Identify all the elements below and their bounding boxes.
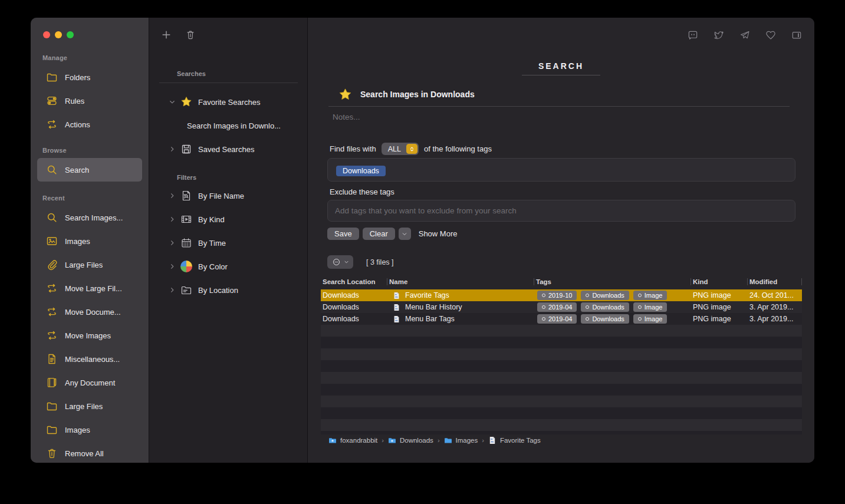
column-header-kind[interactable]: Kind (691, 276, 748, 288)
tag-chip[interactable]: 2019-10 (537, 291, 577, 300)
sidebar-item-images[interactable]: Images (31, 229, 149, 253)
notes-input[interactable] (333, 111, 793, 123)
find-files-row: Find files with ALL of the following tag… (330, 143, 492, 155)
chevron-right-icon[interactable] (169, 146, 176, 153)
filter-by-file-name[interactable]: By File Name (149, 184, 307, 207)
star-icon (338, 88, 352, 101)
actions-row: Save Clear Show More (327, 228, 457, 240)
cell-tags: 2019-04 Downloads Image (534, 301, 691, 313)
chevron-right-icon[interactable] (169, 192, 176, 199)
add-search-button[interactable] (160, 29, 172, 40)
sidebar-item-rules[interactable]: Rules (31, 89, 149, 113)
sidebar-item-images-2[interactable]: Images (31, 418, 149, 442)
save-button[interactable]: Save (327, 228, 359, 240)
sync-arrows-icon (46, 330, 58, 341)
include-tags-field[interactable]: Downloads (327, 158, 795, 182)
view-options-button[interactable] (327, 255, 353, 269)
cell-kind: PNG image (691, 301, 748, 313)
telegram-icon[interactable] (739, 29, 751, 41)
path-item-favorite-tags[interactable]: Favorite Tags (488, 436, 541, 444)
column-header-name[interactable]: Name (387, 276, 534, 288)
sidebar-toggle-icon[interactable] (791, 29, 803, 41)
path-separator: › (482, 437, 484, 444)
cell-name: Menu Bar History (387, 301, 534, 313)
chevron-right-icon[interactable] (169, 263, 176, 270)
sync-arrows-icon (46, 282, 58, 294)
filter-by-color[interactable]: By Color (149, 255, 307, 278)
clear-button[interactable]: Clear (363, 228, 395, 240)
window-controls (31, 18, 149, 38)
delete-search-button[interactable] (185, 29, 196, 40)
tag-chip[interactable]: Downloads (581, 302, 629, 312)
sidebar-item-folders[interactable]: Folders (31, 65, 149, 89)
sidebar-item-any-document[interactable]: Any Document (31, 371, 149, 394)
app-window: Manage Folders Rules Actions Browse Sear… (31, 18, 814, 463)
path-item-foxandrabbit[interactable]: foxandrabbit (328, 436, 377, 444)
column-header-search-location[interactable]: Search Location (321, 276, 387, 288)
exclude-tags-input[interactable] (328, 200, 795, 221)
chevron-right-icon[interactable] (169, 286, 176, 294)
filter-by-time[interactable]: By Time (149, 231, 307, 255)
section-label-manage: Manage (42, 54, 149, 61)
calendar-icon (180, 237, 192, 249)
sidebar-item-actions[interactable]: Actions (31, 113, 149, 136)
trash-icon (46, 447, 58, 459)
heart-icon[interactable] (765, 29, 777, 41)
sidebar-item-large-files[interactable]: Large Files (31, 253, 149, 276)
path-item-downloads[interactable]: Downloads (388, 436, 433, 444)
more-options-button[interactable] (399, 228, 411, 240)
tag-chip[interactable]: Image (633, 314, 668, 324)
zoom-button[interactable] (67, 31, 74, 38)
saved-search-item[interactable]: Search Images in Downlo... (149, 114, 307, 137)
favorite-searches-item[interactable]: Favorite Searches (149, 90, 307, 114)
cell-tags: 2019-04 Downloads Image (534, 313, 691, 325)
tag-chip[interactable]: 2019-04 (537, 314, 577, 324)
path-separator: › (438, 437, 440, 444)
sidebar: Manage Folders Rules Actions Browse Sear… (31, 18, 149, 463)
chevron-right-icon[interactable] (169, 239, 176, 246)
twitter-icon[interactable] (713, 29, 725, 41)
path-separator: › (382, 437, 384, 444)
table-row[interactable]: Downloads Menu Bar History 2019-04 Downl… (321, 301, 802, 313)
match-mode-select[interactable]: ALL (382, 143, 419, 155)
cell-search-location: Downloads (321, 313, 387, 325)
cell-modified: 3. Apr 2019... (748, 313, 802, 325)
column-header-tags[interactable]: Tags (534, 276, 691, 288)
chevron-right-icon[interactable] (169, 216, 176, 223)
cell-name: Menu Bar Tags (387, 313, 534, 325)
tag-chip[interactable]: Image (633, 291, 668, 300)
filter-by-location[interactable]: By Location (149, 278, 307, 302)
tag-chip[interactable]: Image (633, 302, 668, 312)
tag-dot-icon (542, 305, 545, 309)
sidebar-item-remove-all[interactable]: Remove All (31, 442, 149, 463)
saved-searches-item[interactable]: Saved Searches (149, 137, 307, 161)
tag-chip[interactable]: 2019-04 (537, 302, 577, 312)
sidebar-item-move-large-files[interactable]: Move Large Fil... (31, 276, 149, 300)
cell-modified: 3. Apr 2019... (748, 301, 802, 313)
column-header-modified[interactable]: Modified (748, 276, 802, 288)
sidebar-item-miscellaneous[interactable]: Miscellaneous... (31, 347, 149, 371)
find-suffix-label: of the following tags (424, 144, 492, 153)
chevron-down-icon[interactable] (169, 98, 176, 106)
tag-dot-icon (542, 317, 545, 321)
show-more-label[interactable]: Show More (419, 229, 458, 238)
close-button[interactable] (43, 31, 50, 38)
table-row[interactable]: Downloads Menu Bar Tags 2019-04 Download… (321, 313, 802, 325)
tag-chip-downloads[interactable]: Downloads (336, 166, 386, 176)
sidebar-item-move-images[interactable]: Move Images (31, 324, 149, 347)
tag-chip[interactable]: Downloads (581, 291, 629, 300)
filter-by-kind[interactable]: By Kind (149, 207, 307, 231)
tag-chip[interactable]: Downloads (581, 314, 629, 324)
home-folder-icon (328, 436, 337, 444)
image-file-icon (393, 315, 400, 324)
cell-tags: 2019-10 Downloads Image (534, 289, 691, 301)
sidebar-item-move-documents[interactable]: Move Docume... (31, 300, 149, 324)
sidebar-item-search-images[interactable]: Search Images... (31, 206, 149, 229)
discord-icon[interactable] (687, 29, 699, 41)
sidebar-item-large-files-2[interactable]: Large Files (31, 394, 149, 418)
sidebar-item-search[interactable]: Search (37, 158, 142, 182)
minimize-button[interactable] (55, 31, 62, 38)
page-title: SEARCH (308, 61, 814, 71)
path-item-images[interactable]: Images (444, 436, 478, 444)
table-row[interactable]: Downloads Favorite Tags 2019-10 Download… (321, 289, 802, 301)
